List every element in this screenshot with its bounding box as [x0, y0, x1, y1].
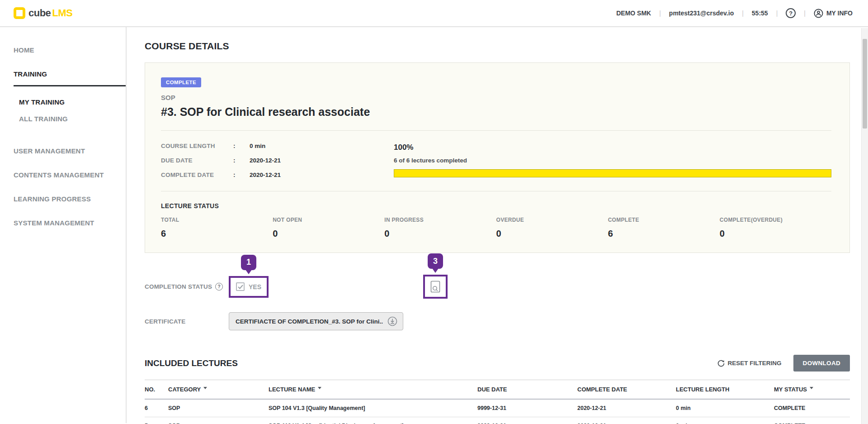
status-in-progress: IN PROGRESS 0: [384, 217, 496, 239]
annotation-tag-3: 3: [428, 253, 443, 269]
col-due-date[interactable]: DUE DATE: [477, 380, 577, 400]
page-title: COURSE DETAILS: [145, 41, 850, 52]
sidebar-item-contents-management[interactable]: CONTENTS MANAGEMENT: [14, 171, 126, 179]
sidebar-item-my-training[interactable]: MY TRAINING: [19, 98, 126, 106]
reset-filtering-button[interactable]: RESET FILTERING: [717, 360, 782, 367]
lecture-status-grid: TOTAL 6 NOT OPEN 0 IN PROGRESS 0 OVERDUE…: [161, 217, 831, 239]
help-icon[interactable]: [786, 8, 796, 18]
sort-arrow-icon: [203, 387, 207, 391]
status-complete-overdue: COMPLETE(OVERDUE) 0: [720, 217, 831, 239]
table-row: 5 SOP SOP 112 V1.4 [Confidential Disclos…: [145, 417, 850, 424]
col-lecture-length[interactable]: LECTURE LENGTH: [676, 380, 774, 400]
course-length-row: COURSE LENGTH : 0 min: [161, 143, 394, 149]
course-fields: COURSE LENGTH : 0 min DUE DATE : 2020-12…: [161, 143, 394, 178]
my-info-label: MY INFO: [826, 10, 853, 17]
col-lecture-name[interactable]: LECTURE NAME: [269, 380, 477, 400]
preview-document-button[interactable]: [423, 275, 448, 299]
completion-help-icon[interactable]: [215, 283, 223, 291]
check-icon: [238, 285, 243, 289]
cubelms-logo[interactable]: cube LMS: [14, 7, 72, 19]
progress-text: 6 of 6 lectures completed: [394, 157, 831, 164]
logo-text-lms: LMS: [52, 7, 72, 19]
colon: :: [233, 157, 250, 164]
scrollbar-thumb[interactable]: [863, 39, 867, 129]
divider: [776, 10, 778, 17]
sidebar-item-home[interactable]: HOME: [14, 46, 126, 54]
download-circle-icon: [387, 316, 397, 326]
status-in-progress-value: 0: [384, 229, 496, 239]
sort-arrow-icon: [318, 387, 321, 391]
included-lectures-table: NO. CATEGORY LECTURE NAME DUE DATE COMPL…: [145, 380, 850, 424]
main-content: COURSE DETAILS COMPLETE SOP #3. SOP for …: [127, 27, 868, 423]
course-length-value: 0 min: [250, 143, 265, 149]
reset-filtering-label: RESET FILTERING: [728, 360, 782, 367]
table-row: 6 SOP SOP 104 V1.3 [Quality Management] …: [145, 399, 850, 417]
cell-category: SOP: [168, 399, 269, 417]
status-overdue-label: OVERDUE: [496, 217, 608, 223]
status-badge: COMPLETE: [161, 77, 201, 87]
checkbox-checked-icon[interactable]: [236, 282, 245, 291]
refresh-icon: [717, 360, 725, 367]
status-total: TOTAL 6: [161, 217, 273, 239]
divider: [742, 10, 744, 17]
sidebar-item-system-management[interactable]: SYSTEM MANAGEMENT: [14, 219, 126, 227]
included-lectures-header: INCLUDED LECTURES RESET FILTERING DOWNLO…: [145, 355, 850, 372]
included-lectures-title: INCLUDED LECTURES: [145, 358, 238, 368]
complete-date-label: COMPLETE DATE: [161, 172, 233, 178]
course-title: #3. SOP for Clinical research associate: [161, 105, 831, 119]
cell-lecture-name[interactable]: SOP 104 V1.3 [Quality Management]: [269, 399, 477, 417]
document-search-icon: [430, 281, 440, 293]
colon: :: [233, 172, 250, 178]
completion-checkbox-group[interactable]: YES: [229, 276, 269, 298]
status-complete-label: COMPLETE: [608, 217, 720, 223]
sidebar-item-training[interactable]: TRAINING: [14, 70, 126, 86]
lecture-status-title: LECTURE STATUS: [161, 191, 831, 210]
cell-category: SOP: [168, 417, 269, 424]
cell-my-status: COMPLETE: [774, 399, 850, 417]
cell-no: 5: [145, 417, 168, 424]
sidebar-item-all-training[interactable]: ALL TRAINING: [19, 115, 126, 123]
status-complete-overdue-value: 0: [720, 229, 831, 239]
sidebar: HOME TRAINING MY TRAINING ALL TRAINING U…: [0, 27, 127, 423]
cell-complete-date: 2020-12-21: [577, 399, 676, 417]
cell-complete-date: 2020-12-21: [577, 417, 676, 424]
status-total-label: TOTAL: [161, 217, 273, 223]
certificate-download-button[interactable]: CERTIFIACTE OF COMPLETION_#3. SOP for Cl…: [229, 312, 403, 330]
divider: [804, 10, 806, 17]
sidebar-item-user-management[interactable]: USER MANAGEMENT: [14, 147, 126, 155]
cell-due-date: 9999-12-31: [477, 417, 577, 424]
user-icon: [814, 9, 823, 18]
progress-percent: 100%: [394, 143, 831, 152]
certificate-file-name: CERTIFIACTE OF COMPLETION_#3. SOP for Cl…: [236, 318, 383, 325]
colon: :: [233, 143, 250, 149]
user-email: pmtest231@crsdev.io: [669, 10, 734, 17]
col-no[interactable]: NO.: [145, 380, 168, 400]
col-my-status[interactable]: MY STATUS: [774, 380, 850, 400]
sort-arrow-icon: [810, 387, 813, 391]
download-button[interactable]: DOWNLOAD: [793, 355, 850, 372]
complete-date-value: 2020-12-21: [250, 172, 281, 178]
top-bar: cube LMS DEMO SMK pmtest231@crsdev.io 55…: [0, 0, 868, 27]
cell-lecture-length: 0 min: [676, 399, 774, 417]
completion-status-row: COMPLETION STATUS 1 YES 3: [145, 275, 850, 299]
certificate-row: CERTIFICATE CERTIFIACTE OF COMPLETION_#3…: [145, 312, 850, 330]
status-not-open: NOT OPEN 0: [273, 217, 384, 239]
certificate-label: CERTIFICATE: [145, 318, 185, 325]
my-info-button[interactable]: MY INFO: [814, 9, 853, 18]
due-date-row: DUE DATE : 2020-12-21: [161, 157, 394, 164]
progress-block: 100% 6 of 6 lectures completed: [394, 143, 831, 178]
cell-lecture-name[interactable]: SOP 112 V1.4 [Confidential Disclosure Ag…: [269, 417, 477, 424]
session-timer: 55:55: [752, 10, 768, 17]
vertical-scrollbar[interactable]: [861, 28, 868, 424]
status-not-open-value: 0: [273, 229, 384, 239]
status-complete: COMPLETE 6: [608, 217, 720, 239]
divider: [659, 10, 661, 17]
col-complete-date[interactable]: COMPLETE DATE: [577, 380, 676, 400]
due-date-label: DUE DATE: [161, 157, 233, 164]
col-category[interactable]: CATEGORY: [168, 380, 269, 400]
status-in-progress-label: IN PROGRESS: [384, 217, 496, 223]
table-header-row: NO. CATEGORY LECTURE NAME DUE DATE COMPL…: [145, 380, 850, 400]
status-overdue-value: 0: [496, 229, 608, 239]
due-date-value: 2020-12-21: [250, 157, 281, 164]
sidebar-item-learning-progress[interactable]: LEARNING PROGRESS: [14, 195, 126, 203]
